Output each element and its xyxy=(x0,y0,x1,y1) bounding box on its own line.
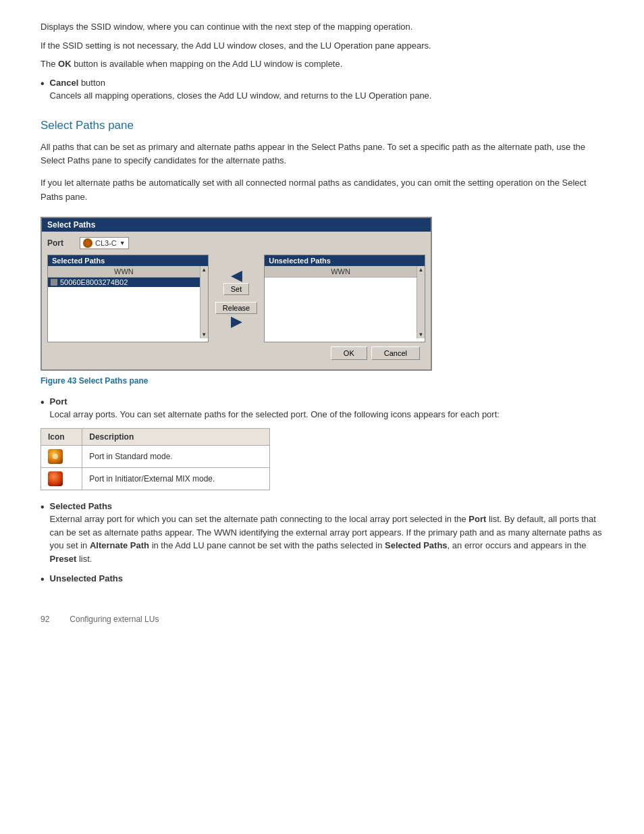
unselected-paths-col: WWN xyxy=(265,266,417,278)
set-button[interactable]: Set xyxy=(223,283,250,295)
dialog-titlebar: Select Paths xyxy=(42,218,431,232)
dialog-footer: OK Cancel xyxy=(47,342,425,364)
bullet-dot2: • xyxy=(41,395,45,410)
paths-area: Selected Paths WWN 50060E8003274B02 ▲ xyxy=(47,255,425,342)
select-paths-dialog: Select Paths Port CL3-C ▼ Selected Paths… xyxy=(41,217,432,371)
cancel-desc: Cancels all mapping operations, closes t… xyxy=(50,90,432,101)
selected-paths-desc: External array port for which you can se… xyxy=(50,514,602,564)
unselected-paths-scrollbar[interactable]: ▲ ▼ xyxy=(417,266,425,338)
page-number: 92 xyxy=(41,615,49,624)
scroll-up-icon[interactable]: ▲ xyxy=(200,266,207,273)
table-row: Port in Standard mode. xyxy=(41,445,270,467)
section-para1: All paths that can be set as primary and… xyxy=(41,140,603,169)
intro-line1: Displays the SSID window, where you can … xyxy=(41,20,603,34)
icon-col-header: Icon xyxy=(41,428,82,445)
path-icon-small xyxy=(51,279,57,286)
bullet-dot3: • xyxy=(41,500,45,515)
section-heading: Select Paths pane xyxy=(41,119,603,132)
set-arrow-icon: ◀ xyxy=(231,268,242,283)
intro-line3: The OK button is available when mapping … xyxy=(41,57,603,71)
release-arrow-icon: ▶ xyxy=(231,314,242,329)
unselected-paths-bullet-section: • Unselected Paths xyxy=(41,572,603,587)
selected-paths-bullet-label: Selected Paths xyxy=(50,501,113,511)
section-para2: If you let alternate paths be automatica… xyxy=(41,176,603,205)
port-standard-icon xyxy=(48,449,63,464)
bullet-dot4: • xyxy=(41,572,45,587)
port-bullet-label: Port xyxy=(50,396,68,407)
cancel-dialog-button[interactable]: Cancel xyxy=(371,346,420,360)
icon-cell-2 xyxy=(41,467,82,490)
port-bullet-section: • Port Local array ports. You can set al… xyxy=(41,395,603,421)
figure-caption: Figure 43 Select Paths pane xyxy=(41,376,603,386)
port-bullet-desc: Local array ports. You can set alternate… xyxy=(50,409,500,419)
unselected-paths-panel: Unselected Paths WWN ▲ ▼ xyxy=(264,255,425,342)
ok-button[interactable]: OK xyxy=(331,346,367,360)
selected-paths-col: WWN xyxy=(48,266,200,278)
transfer-buttons: ◀ Set Release ▶ xyxy=(209,255,264,342)
port-row: Port CL3-C ▼ xyxy=(47,237,425,249)
dropdown-arrow-icon: ▼ xyxy=(119,240,126,246)
icon-table: Icon Description Port in Standard mode. … xyxy=(41,428,270,490)
port-label: Port xyxy=(47,238,74,248)
port-icon xyxy=(83,238,92,248)
bullet-dot: • xyxy=(41,76,45,91)
desc-cell-2: Port in Initiator/External MIX mode. xyxy=(82,467,270,490)
port-initiator-icon xyxy=(48,471,63,486)
scroll-down-icon2[interactable]: ▼ xyxy=(418,331,425,338)
selected-entry: 50060E8003274B02 xyxy=(60,278,128,286)
scroll-up-icon2[interactable]: ▲ xyxy=(418,266,425,273)
scroll-down-icon[interactable]: ▼ xyxy=(200,331,207,338)
unselected-paths-header: Unselected Paths xyxy=(265,255,425,266)
set-transfer-btn: ◀ Set xyxy=(223,268,250,295)
cancel-label: Cancel xyxy=(50,78,79,88)
port-dropdown[interactable]: CL3-C ▼ xyxy=(80,237,129,249)
release-button[interactable]: Release xyxy=(215,302,257,314)
unselected-paths-bullet-label: Unselected Paths xyxy=(50,573,123,583)
selected-paths-content: 50060E8003274B02 xyxy=(48,278,200,338)
selected-paths-panel: Selected Paths WWN 50060E8003274B02 ▲ xyxy=(47,255,209,342)
desc-col-header: Description xyxy=(82,428,270,445)
selected-paths-scrollbar[interactable]: ▲ ▼ xyxy=(200,266,208,338)
selected-paths-header: Selected Paths xyxy=(48,255,208,266)
cancel-bullet: • Cancel button Cancels all mapping oper… xyxy=(41,76,603,103)
cancel-suffix: button xyxy=(81,78,105,88)
icon-cell-1 xyxy=(41,445,82,467)
unselected-paths-content xyxy=(265,278,417,338)
port-value: CL3-C xyxy=(95,239,117,247)
page-footer: 92 Configuring external LUs xyxy=(41,615,603,624)
table-row: Port in Initiator/External MIX mode. xyxy=(41,467,270,490)
page-text: Configuring external LUs xyxy=(70,615,159,624)
dialog-body: Port CL3-C ▼ Selected Paths WWN xyxy=(42,232,431,369)
release-transfer-btn: Release ▶ xyxy=(215,302,257,329)
selected-paths-bullet-section: • Selected Paths External array port for… xyxy=(41,500,603,566)
intro-line2: If the SSID setting is not necessary, th… xyxy=(41,39,603,53)
desc-cell-1: Port in Standard mode. xyxy=(82,445,270,467)
selected-path-row[interactable]: 50060E8003274B02 xyxy=(48,278,200,287)
